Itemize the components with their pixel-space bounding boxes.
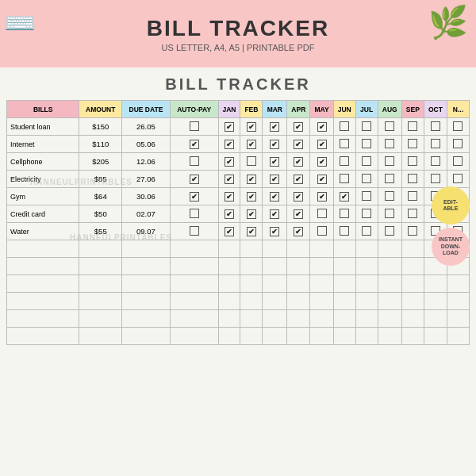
cell-may <box>310 223 333 240</box>
cell-duedate: 09.07 <box>122 223 171 240</box>
cell-sep <box>401 188 424 205</box>
cell-duedate: 30.06 <box>122 188 171 205</box>
empty-row <box>7 275 470 293</box>
cell-may <box>310 188 333 205</box>
empty-cell <box>170 275 218 293</box>
cell-jul <box>355 136 378 153</box>
col-header-nov: N... <box>447 101 469 118</box>
empty-cell <box>401 275 424 293</box>
cell-aug <box>378 223 401 240</box>
empty-cell <box>240 240 263 258</box>
empty-cell <box>355 258 378 275</box>
empty-row <box>7 240 470 258</box>
cell-aug <box>378 188 401 205</box>
empty-cell <box>310 328 333 345</box>
empty-cell <box>287 240 310 258</box>
empty-cell <box>447 310 469 328</box>
empty-cell <box>122 293 171 310</box>
empty-cell <box>401 240 424 258</box>
cell-jun <box>333 118 355 136</box>
cell-apr <box>287 118 310 136</box>
empty-cell <box>122 310 171 328</box>
empty-cell <box>79 258 122 275</box>
empty-cell <box>287 310 310 328</box>
empty-cell <box>333 258 355 275</box>
cell-feb <box>240 171 263 188</box>
top-banner: ⌨️ BILL TRACKER US LETTER, A4, A5 | PRIN… <box>0 0 476 67</box>
cell-apr <box>287 188 310 205</box>
cell-jan <box>218 153 240 171</box>
empty-cell <box>79 310 122 328</box>
empty-cell <box>287 328 310 345</box>
empty-cell <box>7 240 79 258</box>
bill-table: BILLS AMOUNT DUE DATE AUTO-PAY JAN FEB M… <box>6 100 470 345</box>
empty-cell <box>263 328 287 345</box>
table-row: Gym$6430.06 <box>7 188 470 205</box>
empty-cell <box>7 258 79 275</box>
cell-autopay <box>170 136 218 153</box>
empty-cell <box>447 275 469 293</box>
cell-bill: Cellphone <box>7 153 79 171</box>
empty-cell <box>170 328 218 345</box>
empty-cell <box>170 240 218 258</box>
cell-jun <box>333 223 355 240</box>
cell-feb <box>240 136 263 153</box>
empty-cell <box>333 293 355 310</box>
cell-jan <box>218 118 240 136</box>
banner-subtitle: US LETTER, A4, A5 | PRINTABLE PDF <box>147 43 329 52</box>
empty-cell <box>310 240 333 258</box>
empty-cell <box>218 258 240 275</box>
empty-cell <box>447 328 469 345</box>
col-header-amount: AMOUNT <box>79 101 122 118</box>
cell-mar <box>263 223 287 240</box>
empty-cell <box>401 293 424 310</box>
cell-jun <box>333 153 355 171</box>
empty-cell <box>240 275 263 293</box>
cell-may <box>310 118 333 136</box>
empty-cell <box>355 328 378 345</box>
empty-cell <box>355 275 378 293</box>
cell-autopay <box>170 153 218 171</box>
empty-cell <box>378 275 401 293</box>
cell-bill: Credit card <box>7 205 79 223</box>
cell-aug <box>378 153 401 171</box>
empty-cell <box>310 275 333 293</box>
cell-autopay <box>170 118 218 136</box>
empty-cell <box>378 240 401 258</box>
cell-jun <box>333 171 355 188</box>
cell-jan <box>218 171 240 188</box>
cell-aug <box>378 118 401 136</box>
empty-cell <box>378 293 401 310</box>
col-header-mar: MAR <box>263 101 287 118</box>
empty-cell <box>218 240 240 258</box>
cell-apr <box>287 153 310 171</box>
empty-cell <box>79 293 122 310</box>
cell-feb <box>240 223 263 240</box>
editable-badge: EDIT-ABLE <box>432 186 470 225</box>
empty-cell <box>79 328 122 345</box>
cell-feb <box>240 205 263 223</box>
empty-cell <box>218 293 240 310</box>
cell-mar <box>263 205 287 223</box>
empty-cell <box>355 293 378 310</box>
cell-sep <box>401 118 424 136</box>
empty-cell <box>170 310 218 328</box>
table-row: Student loan$15026.05 <box>7 118 470 136</box>
empty-cell <box>333 275 355 293</box>
table-row: Credit card$5002.07 <box>7 205 470 223</box>
cell-bill: Student loan <box>7 118 79 136</box>
cell-duedate: 02.07 <box>122 205 171 223</box>
empty-cell <box>218 275 240 293</box>
cell-sep <box>401 153 424 171</box>
cell-feb <box>240 188 263 205</box>
cell-autopay <box>170 205 218 223</box>
cell-amount: $150 <box>79 118 122 136</box>
empty-cell <box>310 293 333 310</box>
empty-cell <box>7 293 79 310</box>
empty-cell <box>287 258 310 275</box>
cell-duedate: 27.06 <box>122 171 171 188</box>
empty-cell <box>424 310 447 328</box>
table-wrapper: BILLS AMOUNT DUE DATE AUTO-PAY JAN FEB M… <box>6 100 470 345</box>
banner-title: BILL TRACKER <box>147 16 329 41</box>
cell-jul <box>355 153 378 171</box>
